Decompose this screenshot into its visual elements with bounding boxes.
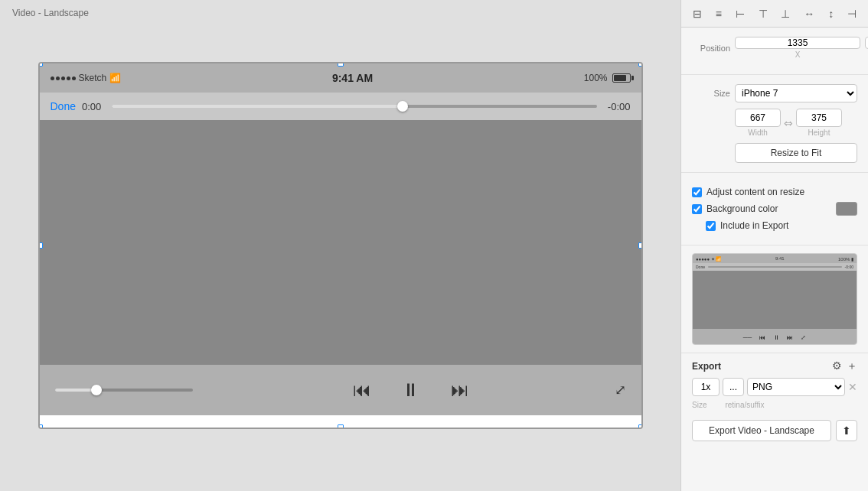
scrubber-fill (112, 105, 403, 108)
carrier-name: Sketch (79, 73, 107, 83)
scrubber-thumb[interactable] (397, 101, 408, 112)
signal-dot-3 (61, 76, 65, 80)
export-btn-row: Export Video - Landscape ⬆ (681, 415, 868, 446)
export-size-sub-row: Size retina/suffix (681, 401, 868, 415)
export-size-input[interactable] (692, 378, 720, 396)
volume-track[interactable] (55, 389, 193, 392)
handle-br[interactable] (638, 424, 643, 429)
status-right: 100% (584, 73, 631, 83)
export-suffix-input[interactable] (723, 378, 744, 396)
device-frame: Sketch 📶 9:41 AM 100% Done 0:00 -0:00 (38, 62, 643, 429)
video-area (40, 120, 641, 365)
link-dimensions-icon[interactable]: ⇔ (784, 117, 793, 129)
export-format-select[interactable]: PNG JPG SVG PDF (747, 378, 845, 396)
export-share-button[interactable]: ⬆ (836, 420, 857, 441)
export-icons: ⚙ ＋ (832, 359, 857, 373)
thumb-time-end: -0:00 (845, 265, 853, 269)
width-input[interactable] (735, 109, 781, 127)
handle-mr[interactable] (638, 242, 643, 249)
position-x-sub: X (795, 50, 801, 59)
size-preset-select[interactable]: iPhone 7 (735, 84, 857, 102)
handle-bm[interactable] (338, 424, 344, 429)
resize-to-fit-button[interactable]: Resize to Fit (735, 143, 857, 163)
playback-controls-center: ⏮ ⏸ ⏭ (208, 379, 615, 401)
signal-dot-4 (67, 76, 70, 80)
toolbar-align-top-icon[interactable]: ⊤ (755, 6, 771, 21)
handle-tm[interactable] (338, 62, 344, 67)
wifi-icon: 📶 (109, 73, 121, 83)
position-section: Position X Y (681, 28, 868, 75)
export-settings-icon[interactable]: ⚙ (832, 359, 842, 373)
toolbar-align-middle-icon[interactable]: ⊥ (778, 6, 793, 21)
thumb-video (693, 271, 857, 329)
thumb-vol: ── (743, 334, 752, 341)
skip-back-button[interactable]: ⏮ (353, 379, 371, 401)
retina-sub-label: retina/suffix (725, 401, 764, 409)
thumb-status-left: ●●●●● ✦ 📶 (696, 256, 721, 262)
position-x-input[interactable] (735, 37, 860, 49)
status-left: Sketch 📶 (51, 73, 122, 83)
thumb-controls: Done -0:00 (693, 263, 857, 271)
include-export-label: Include in Export (720, 220, 788, 231)
export-main-button[interactable]: Export Video - Landscape (692, 420, 831, 441)
signal-dot-5 (72, 76, 76, 80)
status-time: 9:41 AM (332, 72, 373, 84)
toolbar-align-right-icon[interactable]: ⊢ (733, 6, 748, 21)
toolbar-distribute-h-icon[interactable]: ↕ (825, 6, 837, 21)
pause-button[interactable]: ⏸ (402, 379, 420, 401)
toolbar-align-left-icon[interactable]: ⊟ (690, 6, 705, 21)
size-label: Size (692, 89, 730, 98)
status-dots (51, 76, 76, 80)
time-end: -0:00 (608, 101, 631, 112)
include-export-checkbox[interactable] (706, 221, 716, 231)
status-bar: Sketch 📶 9:41 AM 100% (40, 63, 641, 93)
thumb-pause: ⏸ (773, 334, 779, 341)
battery-fill (614, 75, 626, 81)
position-row: Position X Y (692, 37, 857, 59)
volume-area (55, 389, 208, 392)
thumb-time: 9:41 (775, 256, 785, 261)
battery-icon (612, 73, 631, 83)
toolbar-align-center-icon[interactable]: ≡ (713, 6, 725, 21)
bg-color-swatch[interactable] (836, 202, 857, 216)
position-y-input[interactable] (865, 37, 868, 49)
toolbar-distribute-v-icon[interactable]: ⊣ (844, 6, 860, 21)
size-preset-row: Size iPhone 7 (692, 84, 857, 102)
skip-forward-button[interactable]: ⏭ (451, 379, 469, 401)
export-add-icon[interactable]: ＋ (847, 359, 857, 373)
size-section: Size iPhone 7 Width ⇔ Height Resize to F… (681, 75, 868, 173)
adjust-content-row: Adjust content on resize (692, 187, 857, 197)
right-panel: ⊟ ≡ ⊢ ⊤ ⊥ ↔ ↕ ⊣ Position X Y Size iPhone… (680, 0, 868, 491)
volume-thumb[interactable] (91, 385, 102, 395)
export-header: Export ⚙ ＋ (681, 353, 868, 378)
bg-color-row: Background color (692, 202, 857, 216)
export-config-row: PNG JPG SVG PDF ✕ (681, 378, 868, 401)
scrubber-track[interactable] (112, 105, 597, 108)
fullscreen-button[interactable]: ⤢ (615, 382, 626, 398)
toolbar-align-bottom-icon[interactable]: ↔ (801, 6, 817, 21)
signal-dot-2 (56, 76, 60, 80)
thumb-status-right: 100% ▮ (838, 256, 853, 262)
volume-fill (55, 389, 96, 392)
playback-bottom-bar: ⏮ ⏸ ⏭ ⤢ (40, 365, 641, 415)
height-input[interactable] (796, 109, 842, 127)
export-remove-button[interactable]: ✕ (848, 381, 857, 393)
panel-toolbar: ⊟ ≡ ⊢ ⊤ ⊥ ↔ ↕ ⊣ (681, 0, 868, 28)
include-export-row: Include in Export (706, 220, 857, 231)
options-section: Adjust content on resize Background colo… (681, 173, 868, 246)
handle-bl[interactable] (38, 424, 43, 429)
time-start: 0:00 (82, 101, 101, 112)
thumb-done: Done (696, 265, 705, 269)
canvas-area: Video - Landscape Sketch 📶 9:41 (0, 0, 680, 491)
export-title: Export (692, 361, 721, 372)
handle-tr[interactable] (638, 62, 643, 67)
handle-ml[interactable] (38, 242, 43, 249)
thumb-scrubber (708, 266, 842, 268)
adjust-content-checkbox[interactable] (692, 187, 702, 197)
height-sub: Height (808, 128, 830, 137)
battery-percent: 100% (584, 73, 608, 83)
bg-color-checkbox[interactable] (692, 204, 702, 214)
handle-tl[interactable] (38, 62, 43, 67)
thumb-bottom-controls: ── ⏮ ⏸ ⏭ ⤢ (693, 329, 857, 345)
done-button[interactable]: Done (51, 100, 76, 112)
